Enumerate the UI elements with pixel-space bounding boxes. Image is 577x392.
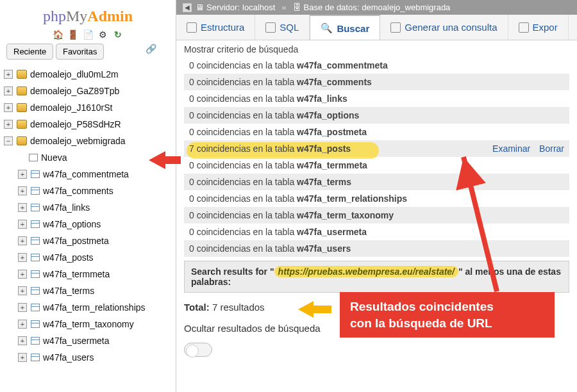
phpmyadmin-logo[interactable]: phpMyAdmin — [0, 8, 176, 25]
tab-export[interactable]: Expor — [508, 15, 569, 40]
breadcrumb-database[interactable]: 🗄 Base de datos: demoalejo_webmigrada — [293, 3, 451, 12]
result-prefix: 0 coincidencias en la tabla — [189, 77, 297, 87]
table-item[interactable]: +w47fa_term_taxonomy — [4, 316, 174, 332]
expand-icon[interactable]: + — [18, 336, 27, 345]
new-label: Nueva — [41, 149, 67, 166]
link-icon[interactable]: 🔗 — [146, 44, 156, 54]
result-prefix: 0 coincidencias en la tabla — [189, 177, 297, 187]
table-item[interactable]: +w47fa_comments — [4, 183, 174, 199]
result-row: 0 coincidencias en la tabla w47fa_terms — [184, 174, 569, 190]
breadcrumb-sep: » — [281, 3, 286, 12]
expand-icon[interactable]: + — [18, 320, 27, 329]
annotation-red-arrow-db-icon — [149, 151, 165, 169]
table-icon — [31, 354, 40, 361]
table-label: w47fa_term_relationships — [43, 299, 146, 316]
annotation-yellow-arrow-icon — [298, 301, 314, 318]
collapse-nav-icon[interactable]: ◀ — [183, 3, 192, 12]
expand-icon[interactable]: + — [18, 186, 27, 195]
table-label: w47fa_options — [43, 216, 101, 233]
table-label: w47fa_comments — [43, 183, 113, 199]
table-item[interactable]: +w47fa_posts — [4, 249, 174, 266]
table-label: w47fa_posts — [43, 249, 94, 266]
table-icon — [31, 270, 40, 278]
total-label: Total: — [184, 302, 210, 313]
result-table: w47fa_usermeta — [297, 227, 367, 237]
db-tree: +demoalejo_dlu0mL2m +demoalejo_GaZ89Tpb … — [0, 66, 176, 366]
result-prefix: 0 coincidencias en la tabla — [189, 60, 297, 70]
table-item[interactable]: +w47fa_usermeta — [4, 332, 174, 349]
tab-search[interactable]: 🔍Buscar — [310, 15, 380, 40]
expand-icon[interactable]: + — [4, 120, 13, 129]
main-panel: ◀ 🖥 Servidor: localhost » 🗄 Base de dato… — [176, 0, 577, 392]
sidebar: phpMyAdmin 🏠 🚪 📄 ⚙ ↻ Reciente Favoritas … — [0, 0, 176, 392]
table-item[interactable]: +w47fa_options — [4, 216, 174, 233]
result-table: w47fa_term_taxonomy — [297, 210, 394, 220]
callout-line2: con la búsqueda de URL — [350, 315, 544, 332]
table-icon — [31, 237, 40, 245]
tab-sql[interactable]: SQL — [255, 15, 310, 40]
expand-icon[interactable]: + — [18, 170, 27, 179]
result-table: w47fa_terms — [297, 177, 351, 187]
tab-structure[interactable]: Estructura — [176, 15, 255, 40]
breadcrumb-server[interactable]: 🖥 Servidor: localhost — [196, 3, 275, 12]
callout-line1: Resultados coincidentes — [350, 298, 544, 315]
result-prefix: 7 coincidencias en la tabla — [189, 143, 297, 154]
reload-icon[interactable]: ↻ — [113, 29, 123, 40]
expand-icon[interactable]: + — [18, 303, 27, 312]
result-prefix: 0 coincidencias en la tabla — [189, 227, 297, 237]
total-value: 7 resultados — [212, 302, 265, 313]
expand-icon[interactable]: + — [18, 353, 27, 362]
table-item[interactable]: +w47fa_terms — [4, 282, 174, 299]
table-item[interactable]: +w47fa_term_relationships — [4, 299, 174, 316]
expand-icon[interactable]: + — [18, 236, 27, 245]
expand-icon[interactable]: + — [18, 220, 27, 229]
table-item[interactable]: +w47fa_termmeta — [4, 266, 174, 282]
tab-label: SQL — [280, 22, 299, 33]
exit-icon[interactable]: 🚪 — [67, 29, 78, 40]
database-icon — [17, 120, 27, 129]
result-row-hit: 7 coincidencias en la tabla w47fa_posts … — [184, 140, 569, 157]
table-item[interactable]: +w47fa_users — [4, 349, 174, 366]
structure-icon — [187, 22, 197, 33]
show-criteria-link[interactable]: Mostrar criterio de búsqueda — [184, 44, 569, 54]
table-icon — [31, 187, 40, 195]
delete-link[interactable]: Borrar — [539, 143, 564, 154]
table-icon — [31, 170, 40, 178]
expand-icon[interactable]: + — [18, 270, 27, 279]
tab-label: Expor — [533, 22, 558, 33]
doc-icon[interactable]: 📄 — [83, 29, 93, 40]
expand-icon[interactable]: + — [4, 70, 13, 79]
db-item-selected[interactable]: −demoalejo_webmigrada — [4, 133, 174, 149]
result-row: 0 coincidencias en la tabla w47fa_userme… — [184, 224, 569, 240]
result-row: 0 coincidencias en la tabla w47fa_option… — [184, 107, 569, 124]
db-item[interactable]: +demoalejo_GaZ89Tpb — [4, 83, 174, 99]
db-item[interactable]: +demoalejo_P58SdHzR — [4, 116, 174, 133]
home-icon[interactable]: 🏠 — [53, 29, 63, 40]
table-item[interactable]: +w47fa_postmeta — [4, 233, 174, 249]
tab-label: Estructura — [201, 22, 244, 33]
favorites-button[interactable]: Favoritas — [56, 44, 104, 60]
tab-query[interactable]: Generar una consulta — [380, 15, 508, 40]
expand-icon[interactable]: + — [4, 103, 13, 112]
table-label: w47fa_links — [43, 199, 90, 216]
toggle-switch[interactable] — [184, 343, 212, 357]
gear-icon[interactable]: ⚙ — [98, 29, 108, 40]
expand-icon[interactable]: + — [18, 203, 27, 212]
result-table: w47fa_users — [297, 243, 351, 254]
sidebar-quick-icons: 🏠 🚪 📄 ⚙ ↻ — [0, 29, 176, 40]
result-row: 0 coincidencias en la tabla w47fa_users — [184, 240, 569, 257]
table-icon — [31, 320, 40, 328]
query-icon — [390, 22, 401, 33]
expand-icon[interactable]: + — [18, 253, 27, 262]
result-table: w47fa_posts — [297, 143, 351, 154]
db-item[interactable]: +demoalejo_dlu0mL2m — [4, 66, 174, 83]
recent-button[interactable]: Reciente — [6, 44, 53, 60]
examine-link[interactable]: Examinar — [492, 143, 530, 154]
expand-icon[interactable]: + — [4, 86, 13, 95]
db-item[interactable]: +demoalejo_J1610rSt — [4, 99, 174, 116]
collapse-icon[interactable]: − — [4, 136, 13, 145]
table-item[interactable]: +w47fa_links — [4, 199, 174, 216]
sidebar-tabs: Reciente Favoritas 🔗 — [6, 44, 169, 60]
expand-icon[interactable]: + — [18, 286, 27, 295]
database-icon — [17, 103, 27, 112]
